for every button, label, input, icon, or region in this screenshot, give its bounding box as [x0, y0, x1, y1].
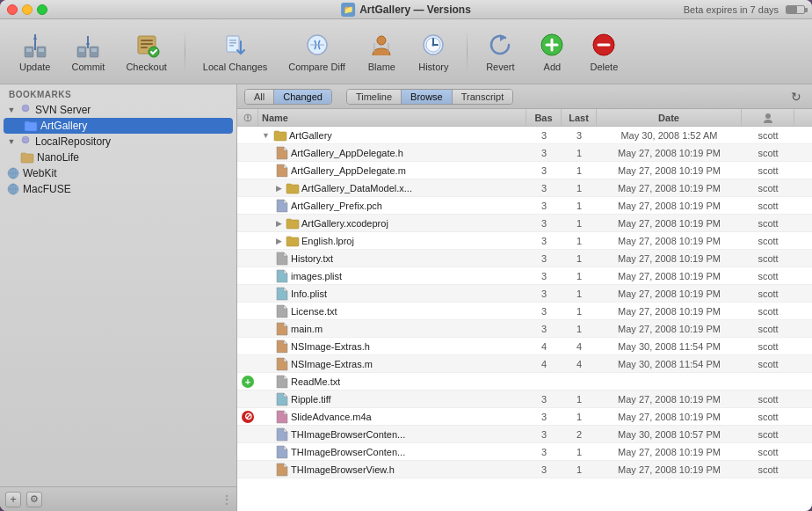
cell-date: May 30, 2008 11:54 PM	[597, 338, 742, 354]
file-name: main.m	[291, 324, 323, 334]
file-icon	[276, 288, 288, 300]
sidebar-item-webkit[interactable]: WebKit	[0, 165, 236, 181]
sidebar-item-macfuse[interactable]: MacFUSE	[0, 181, 236, 197]
cell-extra	[794, 391, 812, 407]
table-row[interactable]: NSImage-Extras.m44May 30, 2008 11:54 PMs…	[237, 355, 812, 373]
close-button[interactable]	[7, 4, 18, 15]
cell-author: scott	[742, 426, 794, 442]
cell-extra	[794, 338, 812, 354]
svg-point-52	[247, 119, 249, 120]
cell-date: May 27, 2008 10:19 PM	[597, 215, 742, 231]
window-icon: 📁	[341, 3, 355, 17]
sidebar-item-local-repo[interactable]: ▼ LocalRepository	[0, 134, 236, 150]
table-row[interactable]: ▶ English.lproj31May 27, 2008 10:19 PMsc…	[237, 232, 812, 250]
maximize-button[interactable]	[37, 4, 47, 15]
table-row[interactable]: ⊘ SlideAdvance.m4a31May 27, 2008 10:19 P…	[237, 408, 812, 426]
server-icon-2	[19, 135, 32, 148]
table-row[interactable]: THImageBrowserConten...31May 27, 2008 10…	[237, 443, 812, 461]
table-row[interactable]: ArtGallery_AppDelegate.h31May 27, 2008 1…	[237, 144, 812, 162]
disclosure-icon: ▼	[7, 106, 16, 114]
cell-status	[237, 162, 258, 179]
blame-button[interactable]: Blame	[358, 26, 406, 77]
server-icon	[19, 104, 32, 116]
cell-name: THImageBrowserConten...	[258, 426, 526, 442]
cell-last: 1	[562, 303, 597, 319]
table-row[interactable]: ArtGallery_Prefix.pch31May 27, 2008 10:1…	[237, 197, 812, 215]
file-name: NSImage-Extras.h	[291, 341, 370, 352]
cell-base: 3	[526, 426, 562, 442]
col-header-status	[237, 109, 258, 126]
sidebar-item-artgallery[interactable]: ArtGallery	[4, 118, 233, 134]
tab-timeline[interactable]: Timeline	[347, 90, 402, 104]
cell-status	[237, 443, 258, 460]
history-button[interactable]: History	[410, 26, 458, 77]
update-button[interactable]: Update	[11, 26, 59, 77]
folder-disclosure[interactable]: ▶	[276, 237, 282, 245]
table-row[interactable]: License.txt31May 27, 2008 10:19 PMscott	[237, 303, 812, 320]
table-row[interactable]: Ripple.tiff31May 27, 2008 10:19 PMscott	[237, 391, 812, 408]
add-button[interactable]: Add	[528, 26, 576, 77]
cell-last: 3	[562, 127, 597, 143]
cell-extra	[794, 443, 812, 460]
delete-button[interactable]: Delete	[580, 26, 628, 77]
cell-base: 3	[526, 232, 562, 249]
table-row[interactable]: + ReadMe.txt	[237, 373, 812, 391]
table-row[interactable]: ▼ ArtGallery33May 30, 2008 1:52 AMscott	[237, 127, 812, 144]
macfuse-label: MacFUSE	[23, 183, 229, 195]
webkit-label: WebKit	[23, 167, 229, 179]
file-icon	[276, 147, 288, 159]
tab-all[interactable]: All	[245, 90, 274, 104]
minimize-button[interactable]	[22, 4, 33, 15]
cell-name: THImageBrowserView.h	[258, 461, 526, 478]
col-header-author	[742, 109, 794, 126]
tab-transcript[interactable]: Transcript	[453, 90, 513, 104]
table-row[interactable]: ArtGallery_AppDelegate.m31May 27, 2008 1…	[237, 162, 812, 179]
table-row[interactable]: ▶ ArtGallery_DataModel.x...31May 27, 200…	[237, 179, 812, 197]
cell-extra	[794, 215, 812, 231]
table-row[interactable]: THImageBrowserView.h31May 27, 2008 10:19…	[237, 461, 812, 478]
compare-diff-button[interactable]: Compare Diff	[279, 26, 354, 77]
resize-handle[interactable]: ⋮	[222, 492, 231, 507]
tab-browse[interactable]: Browse	[402, 90, 453, 104]
cell-author: scott	[742, 179, 794, 196]
cell-name: ArtGallery_AppDelegate.h	[258, 144, 526, 161]
col-header-name: Name	[258, 109, 526, 126]
cell-author: scott	[742, 408, 794, 425]
revert-button[interactable]: Revert	[476, 26, 525, 77]
add-bookmark-button[interactable]: +	[5, 492, 21, 507]
nanolife-label: NanoLife	[37, 151, 229, 164]
sidebar-item-svn-server[interactable]: ▼ SVN Server	[0, 102, 236, 118]
table-row[interactable]: Info.plist31May 27, 2008 10:19 PMscott	[237, 285, 812, 303]
folder-disclosure[interactable]: ▼	[262, 131, 270, 140]
cell-date: May 30, 2008 1:52 AM	[597, 127, 742, 143]
folder-disclosure[interactable]: ▶	[276, 184, 282, 193]
svg-rect-13	[141, 47, 148, 48]
cell-name: ▼ ArtGallery	[258, 127, 526, 143]
tab-changed[interactable]: Changed	[274, 90, 331, 104]
cell-name: NSImage-Extras.h	[258, 338, 526, 354]
cell-base: 3	[526, 127, 562, 143]
cell-status	[237, 267, 258, 284]
update-label: Update	[19, 62, 50, 72]
table-row[interactable]: THImageBrowserConten...32May 30, 2008 10…	[237, 426, 812, 443]
svg-rect-4	[39, 48, 44, 52]
cell-extra	[794, 250, 812, 266]
battery-icon	[786, 5, 805, 14]
checkout-button[interactable]: Checkout	[117, 26, 175, 77]
refresh-button[interactable]: ↻	[787, 88, 805, 106]
local-changes-button[interactable]: Local Changes	[194, 26, 276, 77]
table-row[interactable]: NSImage-Extras.h44May 30, 2008 11:54 PMs…	[237, 338, 812, 355]
svg-rect-9	[91, 48, 97, 52]
folder-disclosure[interactable]: ▶	[276, 219, 282, 228]
table-row[interactable]: main.m31May 27, 2008 10:19 PMscott	[237, 320, 812, 338]
gear-button[interactable]: ⚙	[26, 492, 42, 507]
commit-button[interactable]: Commit	[62, 26, 113, 77]
cell-base: 3	[526, 162, 562, 179]
table-row[interactable]: images.plist31May 27, 2008 10:19 PMscott	[237, 267, 812, 285]
cell-author: scott	[742, 267, 794, 284]
cell-name: ReadMe.txt	[258, 373, 526, 390]
table-row[interactable]: History.txt31May 27, 2008 10:19 PMscott	[237, 250, 812, 267]
sidebar-item-nanolife[interactable]: NanoLife	[0, 150, 236, 165]
table-row[interactable]: ▶ ArtGallery.xcodeproj31May 27, 2008 10:…	[237, 215, 812, 232]
cell-name: THImageBrowserConten...	[258, 443, 526, 460]
